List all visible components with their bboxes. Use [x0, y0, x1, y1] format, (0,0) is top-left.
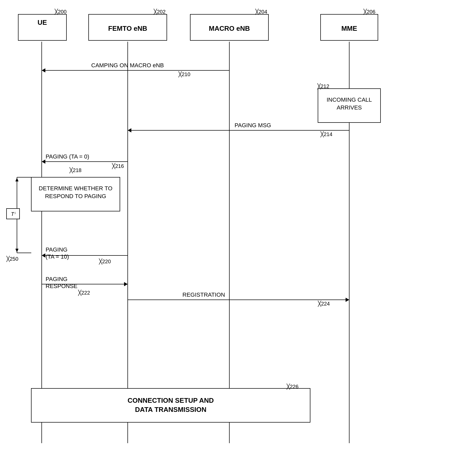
svg-marker-27: [346, 298, 349, 302]
svg-text:╳218: ╳218: [69, 167, 81, 173]
svg-marker-22: [124, 282, 128, 286]
svg-marker-17: [42, 253, 45, 258]
svg-text:MACRO eNB: MACRO eNB: [209, 25, 250, 32]
svg-text:DATA TRANSMISSION: DATA TRANSMISSION: [135, 406, 206, 413]
svg-text:╳216: ╳216: [112, 163, 124, 169]
svg-marker-9: [128, 128, 131, 132]
svg-text:REGISTRATION: REGISTRATION: [182, 291, 225, 298]
svg-text:╳214: ╳214: [320, 131, 332, 137]
svg-text:UE: UE: [38, 19, 47, 26]
svg-text:╳222: ╳222: [78, 290, 90, 296]
svg-text:╳204: ╳204: [255, 9, 267, 15]
svg-text:CONNECTION SETUP AND: CONNECTION SETUP AND: [128, 396, 214, 404]
svg-rect-50: [18, 14, 66, 40]
svg-text:PAGING: PAGING: [46, 276, 68, 282]
svg-rect-38: [31, 388, 310, 422]
svg-text:ARRIVES: ARRIVES: [337, 104, 362, 111]
svg-text:PAGING MSG: PAGING MSG: [235, 122, 271, 129]
svg-marker-13: [42, 160, 45, 164]
svg-text:╳210: ╳210: [178, 71, 190, 77]
svg-text:╳250: ╳250: [6, 256, 18, 262]
svg-text:╳200: ╳200: [54, 9, 66, 15]
svg-marker-5: [42, 68, 45, 72]
svg-text:MME: MME: [341, 25, 357, 32]
svg-text:╳212: ╳212: [317, 83, 329, 89]
svg-text:PAGING: PAGING: [46, 246, 68, 253]
svg-text:╳202: ╳202: [154, 9, 165, 15]
svg-text:╳226: ╳226: [286, 383, 298, 390]
svg-text:DETERMINE WHETHER TO: DETERMINE WHETHER TO: [39, 185, 113, 192]
svg-text:(TA = 10): (TA = 10): [46, 253, 69, 260]
svg-text:RESPONSE: RESPONSE: [46, 283, 77, 289]
svg-text:RESPOND TO PAGING: RESPOND TO PAGING: [45, 193, 106, 199]
svg-text:╳224: ╳224: [318, 301, 330, 307]
svg-marker-48: [15, 178, 19, 181]
svg-text:CAMPING ON MACRO eNB: CAMPING ON MACRO eNB: [91, 62, 164, 69]
sequence-diagram: CAMPING ON MACRO eNB ╳210 PAGING MSG ╳21…: [0, 0, 460, 476]
svg-text:PAGING (TA = 0): PAGING (TA = 0): [46, 153, 89, 160]
svg-text:╳220: ╳220: [99, 258, 111, 265]
svg-text:INCOMING CALL: INCOMING CALL: [327, 96, 372, 103]
svg-text:FEMTO eNB: FEMTO eNB: [108, 25, 147, 32]
svg-marker-49: [15, 249, 19, 252]
svg-text:╳206: ╳206: [363, 9, 375, 15]
